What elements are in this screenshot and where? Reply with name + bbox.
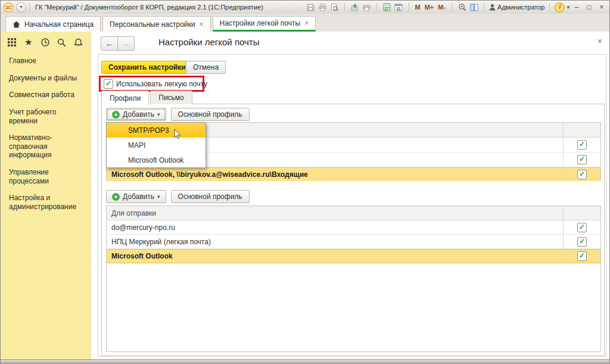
title-bar: 1С ▾ ГК "Меркурий" / Документооборот 8 К…: [1, 1, 609, 14]
main-profile-incoming-button[interactable]: Основной профиль: [171, 108, 250, 121]
sidebar-item-collaboration[interactable]: Совместная работа: [1, 86, 91, 104]
close-form-icon[interactable]: ×: [597, 36, 602, 46]
tab-home[interactable]: Начальная страница: [5, 16, 101, 32]
checkbox-checked-icon[interactable]: ✓: [577, 237, 587, 247]
divider: [409, 3, 409, 11]
window-title: ГК "Меркурий" / Документооборот 8 КОРП, …: [35, 4, 263, 11]
main-content: ← → Настройки легкой почты × ? Сохранить…: [91, 32, 609, 359]
table-row[interactable]: do@mercury-npo.ru ✓: [107, 220, 600, 235]
notifications-bell-icon[interactable]: [73, 37, 83, 48]
favorites-star-icon[interactable]: ★: [23, 37, 34, 48]
sidebar-item-main[interactable]: Главное: [1, 52, 91, 70]
mouse-cursor: [174, 129, 182, 140]
table-row-selected[interactable]: Microsoft Outlook ✓: [107, 249, 600, 263]
split-panes-icon[interactable]: [469, 2, 479, 12]
divider: [549, 3, 550, 11]
back-button[interactable]: ←: [101, 36, 118, 51]
dropdown-item-label: MAPI: [128, 141, 145, 150]
app-window: { "window": { "title": "ГК \"Меркурий\" …: [0, 0, 610, 364]
incoming-toolbar: + Добавить ▾ Основной профиль: [106, 108, 250, 121]
tab-light-mail-settings[interactable]: Настройки легкой почты ×: [213, 16, 316, 32]
add-outgoing-button[interactable]: + Добавить ▾: [106, 190, 166, 203]
chevron-down-icon: ▾: [157, 194, 160, 200]
zoom-icon[interactable]: [457, 2, 467, 12]
dropdown-item-mapi[interactable]: MAPI: [107, 138, 206, 153]
memory-add-button[interactable]: М+: [424, 4, 435, 11]
form-panel: Сохранить настройки Отмена ✓ Использоват…: [98, 54, 606, 357]
annotation-highlight-box: ✓ Использовать легкую почту: [99, 76, 204, 92]
close-tab-icon[interactable]: ×: [200, 21, 204, 27]
app-tab-bar: Начальная страница Персональные настройк…: [1, 14, 609, 32]
save-icon[interactable]: [306, 2, 316, 12]
row-label: НПЦ Меркурий (легкая почта): [107, 235, 563, 248]
sidebar-item-documents-files[interactable]: Документы и файлы: [1, 70, 91, 87]
table-header-row: Для отправки: [107, 206, 600, 220]
checkbox-checked-icon[interactable]: ✓: [577, 223, 587, 232]
forward-button[interactable]: →: [118, 36, 135, 51]
save-settings-button[interactable]: Сохранить настройки: [101, 61, 192, 74]
calendar-icon[interactable]: 31: [394, 2, 404, 12]
system-menu-button[interactable]: ▾: [16, 2, 26, 13]
dropdown-item-microsoft-outlook[interactable]: Microsoft Outlook: [107, 153, 206, 167]
dropdown-item-label: SMTP/POP3: [128, 126, 169, 135]
row-label: do@mercury-npo.ru: [107, 220, 563, 234]
calculator-icon[interactable]: [382, 2, 392, 12]
add-profile-dropdown: SMTP/POP3 MAPI Microsoft Outlook: [106, 122, 206, 168]
add-button-label: Добавить: [123, 110, 154, 119]
sidebar-toolbar: ★: [1, 32, 91, 52]
maximize-button[interactable]: □: [584, 2, 595, 13]
sidebar-item-process-management[interactable]: Управление процессами: [1, 164, 91, 189]
divider: [376, 3, 377, 11]
sidebar-item-time-tracking[interactable]: Учет рабочего времени: [1, 104, 91, 129]
tab-personal-settings[interactable]: Персональные настройки ×: [102, 16, 210, 32]
minimize-button[interactable]: –: [571, 2, 582, 13]
user-name: Администратор: [497, 4, 544, 11]
svg-text:31: 31: [396, 7, 401, 11]
cancel-button[interactable]: Отмена: [186, 61, 226, 74]
send-file-icon[interactable]: [350, 2, 360, 12]
tab-letter[interactable]: Письмо: [150, 91, 192, 104]
memory-subtract-button[interactable]: М-: [437, 4, 447, 11]
plus-icon: +: [112, 193, 120, 201]
sidebar: ★ Главное Документы и файлы Совместная р…: [1, 32, 91, 359]
print-preview-icon[interactable]: [329, 2, 340, 12]
dropdown-item-smtp-pop3[interactable]: SMTP/POP3: [107, 123, 206, 138]
close-window-button[interactable]: ×: [596, 2, 607, 13]
checkbox-checked-icon[interactable]: ✓: [577, 251, 587, 261]
print-icon[interactable]: [318, 2, 328, 12]
sidebar-item-reference-info[interactable]: Нормативно-справочная информация: [1, 129, 91, 164]
divider: [452, 3, 452, 11]
memory-store-button[interactable]: М: [414, 4, 422, 11]
tab-label: Начальная страница: [24, 20, 94, 29]
current-user[interactable]: Администратор: [489, 4, 544, 11]
row-label: Microsoft Outlook, \\biryukov.a@wiseadvi…: [107, 168, 563, 181]
table-row-selected[interactable]: Microsoft Outlook, \\biryukov.a@wiseadvi…: [107, 167, 600, 181]
print-document-icon[interactable]: [362, 2, 372, 12]
checkbox-checked-icon[interactable]: ✓: [577, 155, 587, 164]
info-button[interactable]: i: [555, 2, 565, 13]
divider: [344, 3, 345, 11]
chevron-down-icon: ▾: [157, 111, 160, 117]
table-empty-area: [107, 263, 600, 364]
checkbox-checked-icon[interactable]: ✓: [577, 140, 587, 150]
history-nav: ← →: [101, 36, 135, 51]
row-label: Microsoft Outlook: [107, 250, 563, 263]
add-incoming-button[interactable]: + Добавить ▾: [106, 108, 166, 121]
sidebar-item-settings-administration[interactable]: Настройка и администрирование: [1, 189, 91, 215]
search-icon[interactable]: [56, 37, 67, 48]
info-caret-icon[interactable]: ▾: [567, 4, 569, 10]
menu-grid-icon[interactable]: [7, 37, 17, 48]
divider: [484, 3, 484, 11]
checkbox-checked-icon[interactable]: ✓: [577, 170, 587, 179]
header-label: Для отправки: [107, 206, 563, 220]
divider: [29, 3, 30, 11]
tab-profiles[interactable]: Профили: [101, 91, 149, 105]
history-clock-icon[interactable]: [40, 37, 51, 48]
main-profile-outgoing-button[interactable]: Основной профиль: [171, 190, 250, 203]
dropdown-item-label: Microsoft Outlook: [128, 156, 183, 164]
add-button-label: Добавить: [123, 192, 154, 201]
use-light-mail-checkbox[interactable]: ✓: [104, 79, 113, 89]
profiles-tab-panel: + Добавить ▾ Основной профиль ✓: [101, 104, 605, 356]
table-row[interactable]: НПЦ Меркурий (легкая почта) ✓: [107, 235, 600, 249]
close-tab-icon[interactable]: ×: [304, 20, 309, 26]
